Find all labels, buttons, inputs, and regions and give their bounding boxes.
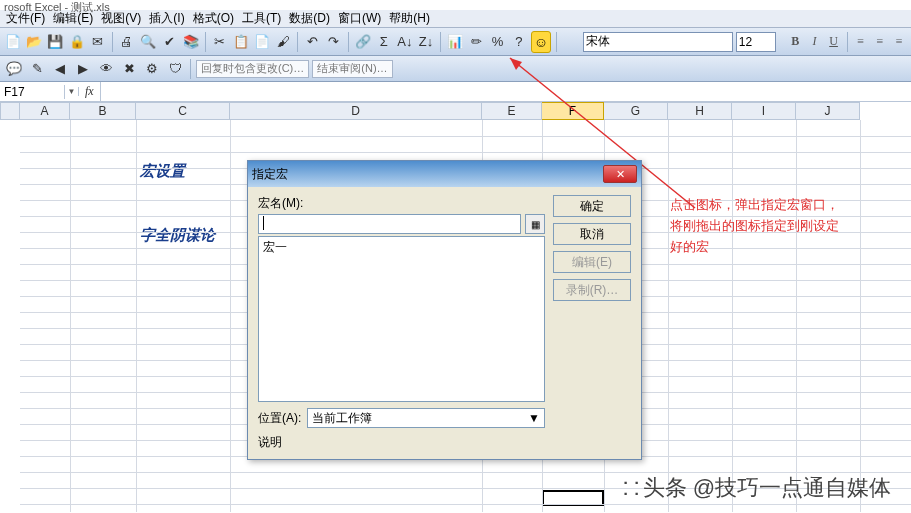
menu-help[interactable]: 帮助(H) <box>385 10 434 27</box>
link-icon[interactable]: 🔗 <box>353 32 371 52</box>
align-right-icon[interactable]: ≡ <box>891 33 907 51</box>
smiley-icon[interactable]: ☺ <box>531 31 551 53</box>
name-box-dropdown-icon[interactable]: ▼ <box>65 87 79 96</box>
undo-icon[interactable]: ↶ <box>303 32 321 52</box>
col-header-h[interactable]: H <box>668 102 732 120</box>
separator <box>556 32 557 52</box>
permission-icon[interactable]: 🔒 <box>68 32 86 52</box>
open-icon[interactable]: 📂 <box>25 32 43 52</box>
reference-icon[interactable]: ▦ <box>525 214 545 234</box>
callout-line-1: 点击图标，弹出指定宏窗口， <box>670 195 880 216</box>
separator <box>112 32 113 52</box>
sort-desc-icon[interactable]: Z↓ <box>417 32 435 52</box>
protect-icon[interactable]: 🛡 <box>165 59 185 79</box>
name-box[interactable]: F17 <box>0 85 65 99</box>
cell-text-2: 字全阴谋论 <box>140 226 215 245</box>
menu-tools[interactable]: 工具(T) <box>238 10 285 27</box>
assign-macro-dialog: 指定宏 ✕ 宏名(M): ▦ 宏一 位置(A): 当前工作簿 ▼ 说明 <box>247 160 642 460</box>
location-select[interactable]: 当前工作簿 ▼ <box>307 408 545 428</box>
description-label: 说明 <box>258 434 282 451</box>
col-header-d[interactable]: D <box>230 102 482 120</box>
macro-name-label: 宏名(M): <box>258 195 545 212</box>
separator <box>348 32 349 52</box>
dialog-title: 指定宏 <box>252 166 288 183</box>
toolbar-standard: 📄 📂 💾 🔒 ✉ 🖨 🔍 ✔ 📚 ✂ 📋 📄 🖌 ↶ ↷ 🔗 Σ A↓ Z↓ … <box>0 28 911 56</box>
menu-format[interactable]: 格式(O) <box>189 10 238 27</box>
col-header-a[interactable]: A <box>20 102 70 120</box>
bold-button[interactable]: B <box>787 33 803 51</box>
reply-with-changes[interactable]: 回复时包含更改(C)… <box>196 60 309 78</box>
formula-bar-row: F17 ▼ fx <box>0 82 911 102</box>
chart-icon[interactable]: 📊 <box>446 32 464 52</box>
sort-asc-icon[interactable]: A↓ <box>396 32 414 52</box>
italic-button[interactable]: I <box>806 33 822 51</box>
edit-button[interactable]: 编辑(E) <box>553 251 631 273</box>
new-icon[interactable]: 📄 <box>4 32 22 52</box>
align-center-icon[interactable]: ≡ <box>872 33 888 51</box>
end-review[interactable]: 结束审阅(N)… <box>312 60 392 78</box>
redo-icon[interactable]: ↷ <box>324 32 342 52</box>
separator <box>297 32 298 52</box>
dropdown-icon: ▼ <box>528 411 540 425</box>
comment-next-icon[interactable]: ▶ <box>73 59 93 79</box>
align-left-icon[interactable]: ≡ <box>853 33 869 51</box>
comment-prev-icon[interactable]: ◀ <box>50 59 70 79</box>
menu-view[interactable]: 视图(V) <box>97 10 145 27</box>
select-all-corner[interactable] <box>0 102 20 120</box>
col-header-b[interactable]: B <box>70 102 136 120</box>
fx-icon[interactable]: fx <box>79 84 100 99</box>
close-icon[interactable]: ✕ <box>603 165 637 183</box>
underline-button[interactable]: U <box>825 33 841 51</box>
callout-line-2: 将刚拖出的图标指定到刚设定 <box>670 216 880 237</box>
zoom-icon[interactable]: % <box>488 32 506 52</box>
callout-line-3: 好的宏 <box>670 237 880 258</box>
col-header-i[interactable]: I <box>732 102 796 120</box>
help-icon[interactable]: ? <box>510 32 528 52</box>
track-icon[interactable]: ⚙ <box>142 59 162 79</box>
formula-bar[interactable] <box>100 82 911 101</box>
draw-icon[interactable]: ✏ <box>467 32 485 52</box>
menu-insert[interactable]: 插入(I) <box>145 10 188 27</box>
col-header-e[interactable]: E <box>482 102 542 120</box>
sum-icon[interactable]: Σ <box>375 32 393 52</box>
col-header-c[interactable]: C <box>136 102 230 120</box>
col-header-g[interactable]: G <box>604 102 668 120</box>
comment-edit-icon[interactable]: ✎ <box>27 59 47 79</box>
separator <box>190 59 191 79</box>
col-header-f[interactable]: F <box>542 102 604 120</box>
comment-show-icon[interactable]: 👁 <box>96 59 116 79</box>
macro-list[interactable]: 宏一 <box>258 236 545 402</box>
menu-bar: 文件(F) 编辑(E) 视图(V) 插入(I) 格式(O) 工具(T) 数据(D… <box>0 10 911 28</box>
comment-new-icon[interactable]: 💬 <box>4 59 24 79</box>
dialog-titlebar[interactable]: 指定宏 ✕ <box>248 161 641 187</box>
copy-icon[interactable]: 📋 <box>232 32 250 52</box>
spell-icon[interactable]: ✔ <box>160 32 178 52</box>
location-value: 当前工作簿 <box>312 410 372 427</box>
record-button[interactable]: 录制(R)… <box>553 279 631 301</box>
research-icon[interactable]: 📚 <box>181 32 199 52</box>
menu-data[interactable]: 数据(D) <box>285 10 334 27</box>
watermark-text: 头条 @技巧一点通自媒体 <box>643 473 891 503</box>
menu-file[interactable]: 文件(F) <box>2 10 49 27</box>
window-title: rosoft Excel - 测试.xls <box>0 0 911 10</box>
menu-window[interactable]: 窗口(W) <box>334 10 385 27</box>
preview-icon[interactable]: 🔍 <box>139 32 157 52</box>
macro-list-item[interactable]: 宏一 <box>263 239 540 256</box>
format-painter-icon[interactable]: 🖌 <box>274 32 292 52</box>
macro-name-input[interactable] <box>258 214 521 234</box>
ok-button[interactable]: 确定 <box>553 195 631 217</box>
save-icon[interactable]: 💾 <box>46 32 64 52</box>
separator <box>847 32 848 52</box>
font-name-select[interactable] <box>583 32 733 52</box>
print-icon[interactable]: 🖨 <box>118 32 136 52</box>
col-header-j[interactable]: J <box>796 102 860 120</box>
watermark-icon: ⸬ <box>624 475 637 501</box>
mail-icon[interactable]: ✉ <box>89 32 107 52</box>
paste-icon[interactable]: 📄 <box>253 32 271 52</box>
font-size-select[interactable] <box>736 32 776 52</box>
callout-text: 点击图标，弹出指定宏窗口， 将刚拖出的图标指定到刚设定 好的宏 <box>670 195 880 257</box>
comment-delete-icon[interactable]: ✖ <box>119 59 139 79</box>
cut-icon[interactable]: ✂ <box>211 32 229 52</box>
cancel-button[interactable]: 取消 <box>553 223 631 245</box>
menu-edit[interactable]: 编辑(E) <box>49 10 97 27</box>
